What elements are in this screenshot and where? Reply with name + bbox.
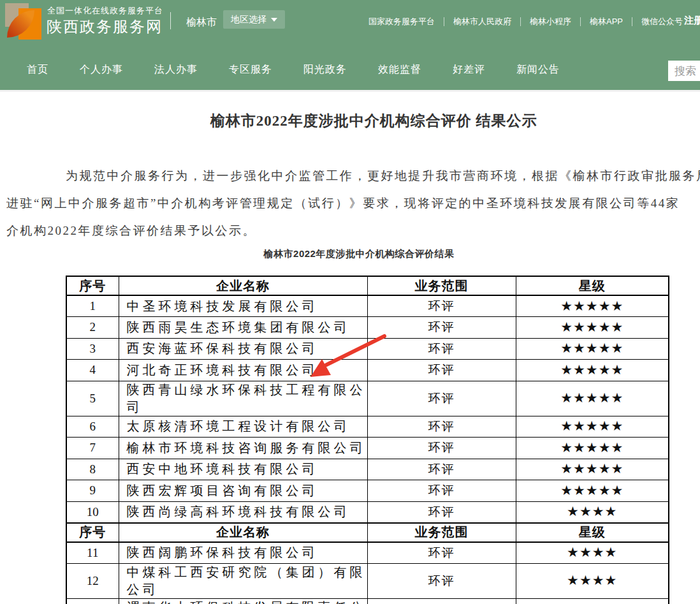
table-row: 1中圣环境科技发展有限公司环评★★★★★ bbox=[66, 295, 669, 317]
site-logo-icon[interactable] bbox=[5, 3, 42, 40]
star-rating: ★★★★★ bbox=[516, 381, 669, 416]
no-cell: 5 bbox=[66, 381, 119, 416]
link-national-platform[interactable]: 国家政务服务平台 bbox=[368, 16, 435, 27]
link-separator bbox=[632, 17, 632, 26]
no-cell: 9 bbox=[66, 480, 119, 502]
link-city-app[interactable]: 榆林APP bbox=[590, 16, 623, 27]
scope-cell: 环评 bbox=[367, 416, 516, 438]
header-divider bbox=[170, 12, 171, 29]
scope-cell: 环评 bbox=[367, 295, 516, 317]
table-row: 9陕西宏辉项目咨询有限公司环评★★★★★ bbox=[66, 480, 669, 502]
table-header-row: 序号企业名称业务范围星级 bbox=[66, 276, 669, 295]
site-name[interactable]: 陕西政务服务网 bbox=[47, 17, 163, 37]
star-rating: ★★★★★ bbox=[516, 295, 669, 317]
table-caption: 榆林市2022年度涉批中介机构综合评价结果 bbox=[0, 248, 700, 260]
column-header: 企业名称 bbox=[119, 523, 367, 542]
star-rating: ★★★★★ bbox=[516, 360, 669, 381]
nav-item-rating[interactable]: 好差评 bbox=[453, 63, 485, 77]
content-top-divider bbox=[0, 90, 700, 92]
nav-item-home[interactable]: 首页 bbox=[27, 63, 48, 77]
column-header: 星级 bbox=[516, 276, 669, 295]
search-placeholder: 搜索 bbox=[674, 64, 696, 78]
link-separator bbox=[444, 17, 444, 26]
search-input[interactable]: 搜索 bbox=[668, 61, 700, 81]
table-header-row: 序号企业名称业务范围星级 bbox=[66, 523, 669, 542]
link-city-government[interactable]: 榆林市人民政府 bbox=[453, 16, 511, 27]
star-rating: ★★★★★ bbox=[516, 317, 669, 339]
table-row: 12中煤科工西安研究院（集团）有限公司环评★★★★ bbox=[66, 563, 669, 598]
current-city-label: 榆林市 bbox=[186, 16, 217, 29]
name-cell: 中煤科工西安研究院（集团）有限公司 bbox=[119, 563, 367, 598]
name-cell: 陕西阔鹏环保科技有限公司 bbox=[119, 542, 367, 564]
star-rating: ★★★★ bbox=[516, 542, 669, 564]
paragraph-line: 进驻“网上中介服务超市”中介机构考评管理规定（试行）》要求，现将评定的中圣环境科… bbox=[6, 195, 680, 212]
star-rating: ★★★★★ bbox=[516, 416, 669, 438]
region-select-button[interactable]: 地区选择 bbox=[223, 10, 285, 29]
table-row: 8西安中地环境科技有限公司环评★★★★★ bbox=[66, 459, 669, 480]
no-cell: 13 bbox=[66, 598, 119, 604]
main-nav: 首页 个人办事 法人办事 专区服务 阳光政务 效能监督 好差评 新闻公告 bbox=[27, 63, 560, 77]
no-cell: 10 bbox=[66, 501, 119, 523]
name-cell: 陕西青山绿水环保科技工程有限公司 bbox=[119, 381, 367, 416]
column-header: 企业名称 bbox=[119, 276, 367, 295]
name-cell: 榆林市环境科技咨询服务有限公司 bbox=[119, 438, 367, 459]
scope-cell: 环评 bbox=[367, 459, 516, 480]
region-select-label: 地区选择 bbox=[231, 10, 266, 29]
table-row: 5陕西青山绿水环保科技工程有限公司环评★★★★★ bbox=[66, 381, 669, 416]
no-cell: 3 bbox=[66, 338, 119, 360]
scope-cell: 环评 bbox=[367, 360, 516, 381]
link-wechat-official[interactable]: 微信公众号 bbox=[641, 16, 683, 27]
name-cell: 陕西宏辉项目咨询有限公司 bbox=[119, 480, 367, 502]
star-rating: ★★★★★ bbox=[516, 338, 669, 360]
star-rating: ★★★★ bbox=[516, 501, 669, 523]
link-mini-program[interactable]: 榆林小程序 bbox=[530, 16, 571, 27]
scope-cell: 环评 bbox=[367, 480, 516, 502]
register-link[interactable]: 注册 bbox=[684, 15, 700, 27]
scope-cell: 环评 bbox=[367, 317, 516, 339]
name-cell: 西安中地环境科技有限公司 bbox=[119, 459, 367, 480]
nav-item-personal[interactable]: 个人办事 bbox=[80, 63, 123, 77]
scope-cell: 环评 bbox=[367, 563, 516, 598]
paragraph-line: 为规范中介服务行为，进一步强化中介监管工作，更好地提升我市营商环境，根据《榆林市… bbox=[6, 168, 700, 184]
star-rating: ★★★★★ bbox=[516, 480, 669, 502]
link-separator bbox=[520, 17, 521, 26]
name-cell: 中圣环境科技发展有限公司 bbox=[119, 295, 367, 317]
table-row: 3西安海蓝环保科技有限公司环评★★★★★ bbox=[66, 338, 669, 360]
scope-cell: 环评 bbox=[367, 501, 516, 523]
site-header: 全国一体化在线政务服务平台 陕西政务服务网 榆林市 地区选择 国家政务服务平台 … bbox=[0, 0, 700, 90]
column-header: 业务范围 bbox=[367, 276, 516, 295]
nav-item-zone-services[interactable]: 专区服务 bbox=[229, 63, 272, 77]
no-cell: 4 bbox=[66, 360, 119, 381]
scope-cell: 环评 bbox=[367, 598, 516, 604]
table-row: 7榆林市环境科技咨询服务有限公司环评★★★★★ bbox=[66, 438, 669, 459]
header-quick-links: 国家政务服务平台 榆林市人民政府 榆林小程序 榆林APP 微信公众号 bbox=[368, 16, 683, 27]
no-cell: 7 bbox=[66, 438, 119, 459]
name-cell: 河北奇正环境科技有限公司 bbox=[119, 360, 367, 381]
column-header: 序号 bbox=[66, 523, 119, 542]
results-table-body: 序号企业名称业务范围星级1中圣环境科技发展有限公司环评★★★★★2陕西雨昊生态环… bbox=[66, 276, 669, 604]
name-cell: 渭南华山环保科技发展有限责任公司 bbox=[119, 598, 367, 604]
star-rating: ★★★★ bbox=[516, 598, 669, 604]
no-cell: 6 bbox=[66, 416, 119, 438]
name-cell: 陕西雨昊生态环境集团有限公司 bbox=[119, 317, 367, 339]
nav-item-news[interactable]: 新闻公告 bbox=[516, 63, 560, 77]
scope-cell: 环评 bbox=[367, 542, 516, 564]
scope-cell: 环评 bbox=[367, 381, 516, 416]
no-cell: 1 bbox=[66, 295, 119, 317]
platform-label: 全国一体化在线政务服务平台 bbox=[47, 5, 163, 17]
name-cell: 太原核清环境工程设计有限公司 bbox=[119, 416, 367, 438]
no-cell: 8 bbox=[66, 459, 119, 480]
paragraph-line: 介机构2022年度综合评价结果予以公示。 bbox=[6, 223, 256, 239]
star-rating: ★★★★★ bbox=[516, 438, 669, 459]
table-row: 10陕西尚绿高科环境科技有限公司环评★★★★ bbox=[66, 501, 669, 523]
nav-item-legal-person[interactable]: 法人办事 bbox=[154, 63, 198, 77]
no-cell: 12 bbox=[66, 563, 119, 598]
name-cell: 陕西尚绿高科环境科技有限公司 bbox=[119, 501, 367, 523]
table-row: 2陕西雨昊生态环境集团有限公司环评★★★★★ bbox=[66, 317, 669, 339]
scope-cell: 环评 bbox=[367, 438, 516, 459]
scope-cell: 环评 bbox=[367, 338, 516, 360]
page-title: 榆林市2022年度涉批中介机构综合评价 结果公示 bbox=[0, 111, 700, 131]
no-cell: 11 bbox=[66, 542, 119, 564]
nav-item-open-government[interactable]: 阳光政务 bbox=[303, 63, 347, 77]
nav-item-efficiency[interactable]: 效能监督 bbox=[378, 63, 421, 77]
